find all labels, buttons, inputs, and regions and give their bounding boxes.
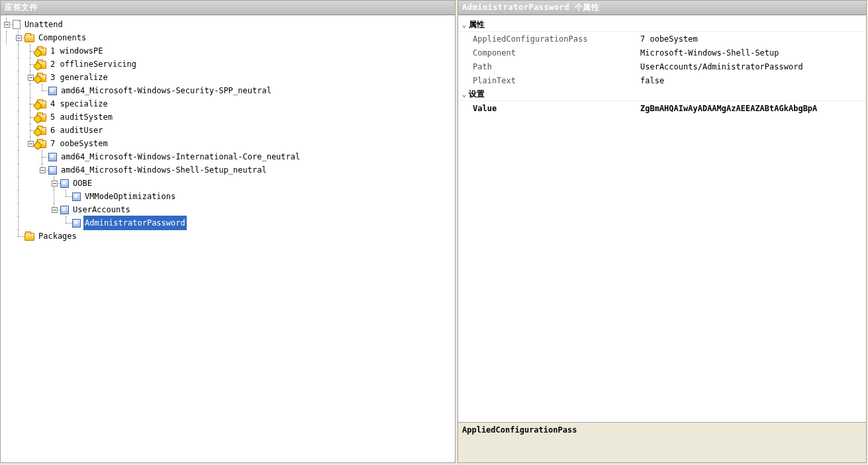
expander-icon[interactable]: − xyxy=(28,75,34,81)
expander-icon[interactable]: − xyxy=(16,35,22,41)
expander-icon[interactable]: − xyxy=(4,22,10,28)
tree-node-pass-audituser[interactable]: 6 auditUser xyxy=(1,124,455,137)
property-name: Path xyxy=(458,62,640,71)
tree-node-components[interactable]: − Components xyxy=(1,31,455,44)
tree-node-pass-generalize[interactable]: − 3 generalize xyxy=(1,71,455,84)
tree-node-useraccounts[interactable]: − UserAccounts xyxy=(1,203,455,216)
tree-label: 3 generalize xyxy=(49,70,109,85)
expander-icon[interactable]: − xyxy=(52,207,58,213)
tree-node-component-shellsetup[interactable]: − amd64_Microsoft-Windows-Shell-Setup_ne… xyxy=(1,163,455,177)
category-attributes[interactable]: ⌄ 属性 xyxy=(458,18,866,32)
folder-icon xyxy=(24,34,34,42)
chevron-down-icon[interactable]: ⌄ xyxy=(459,89,469,99)
tree-label: amd64_Microsoft-Windows-International-Co… xyxy=(60,149,301,164)
tree-label: 1 windowsPE xyxy=(49,44,104,58)
property-row-value[interactable]: Value ZgBmAHQAIwAyADAAMgAzAEEAZABtAGkAbg… xyxy=(458,101,866,115)
property-name: PlainText xyxy=(458,76,640,85)
tree-label: amd64_Microsoft-Windows-Shell-Setup_neut… xyxy=(60,163,268,177)
pass-icon xyxy=(36,48,46,56)
pass-icon xyxy=(36,140,46,148)
folder-icon xyxy=(24,233,34,241)
property-row-appliedpass[interactable]: AppliedConfigurationPass 7 oobeSystem xyxy=(458,32,866,46)
tree-label: 2 offlineServicing xyxy=(49,57,138,71)
property-value: Microsoft-Windows-Shell-Setup xyxy=(640,48,866,58)
tree-label: 6 auditUser xyxy=(49,123,104,138)
answer-file-panel: 应答文件 − Unattend − Components xyxy=(0,0,456,463)
category-label: 属性 xyxy=(469,19,485,30)
component-icon xyxy=(48,87,57,95)
document-icon xyxy=(13,20,21,29)
pass-icon xyxy=(36,74,46,82)
pass-icon xyxy=(36,101,46,108)
pass-icon xyxy=(36,61,46,69)
property-row-plaintext[interactable]: PlainText false xyxy=(458,73,866,87)
tree-node-component-spp[interactable]: amd64_Microsoft-Windows-Security-SPP_neu… xyxy=(1,84,455,97)
component-icon xyxy=(48,166,57,175)
property-value: 7 oobeSystem xyxy=(640,34,866,44)
expander-icon[interactable]: − xyxy=(40,167,46,173)
left-panel-title: 应答文件 xyxy=(1,1,455,15)
component-icon xyxy=(72,219,81,228)
tree-node-component-intlcore[interactable]: amd64_Microsoft-Windows-International-Co… xyxy=(1,150,455,163)
tree-label: Components xyxy=(37,30,87,45)
property-row-component[interactable]: Component Microsoft-Windows-Shell-Setup xyxy=(458,46,866,60)
component-icon xyxy=(60,179,69,188)
tree-node-pass-offlineservicing[interactable]: 2 offlineServicing xyxy=(1,58,455,71)
tree-node-vmmode[interactable]: VMModeOptimizations xyxy=(1,190,455,203)
component-icon xyxy=(72,192,81,201)
property-grid[interactable]: ⌄ 属性 AppliedConfigurationPass 7 oobeSyst… xyxy=(458,15,866,422)
property-name: Value xyxy=(458,104,640,113)
tree-node-oobe[interactable]: − OOBE xyxy=(1,177,455,190)
property-name: AppliedConfigurationPass xyxy=(458,34,640,44)
tree-node-pass-specialize[interactable]: 4 specialize xyxy=(1,97,455,110)
chevron-down-icon[interactable]: ⌄ xyxy=(459,20,469,29)
tree-node-pass-oobesystem[interactable]: − 7 oobeSystem xyxy=(1,137,455,150)
tree-label: 7 oobeSystem xyxy=(49,136,109,151)
property-value: UserAccounts/AdministratorPassword xyxy=(640,62,866,71)
property-value[interactable]: ZgBmAHQAIwAyADAAMgAzAEEAZABtAGkAbgBpA xyxy=(640,104,866,113)
category-label: 设置 xyxy=(469,89,485,100)
tree-label: VMModeOptimizations xyxy=(83,189,177,204)
right-panel-title: AdministratorPassword 个属性 xyxy=(458,1,866,15)
tree-label: OOBE xyxy=(72,176,93,190)
tree-label: UserAccounts xyxy=(72,202,132,217)
property-name: Component xyxy=(458,48,640,58)
component-icon xyxy=(60,206,69,214)
tree-view[interactable]: − Unattend − Components 1 windowsPE xyxy=(1,15,455,462)
tree-node-pass-auditsystem[interactable]: 5 auditSystem xyxy=(1,110,455,124)
tree-node-pass-windowspe[interactable]: 1 windowsPE xyxy=(1,44,455,58)
tree-node-packages[interactable]: Packages xyxy=(1,230,455,243)
description-title: AppliedConfigurationPass xyxy=(462,425,862,435)
property-value: false xyxy=(640,76,866,85)
category-settings[interactable]: ⌄ 设置 xyxy=(458,87,866,101)
tree-label: Packages xyxy=(37,229,78,243)
properties-panel: AdministratorPassword 个属性 ⌄ 属性 AppliedCo… xyxy=(458,0,867,463)
tree-node-administratorpassword[interactable]: AdministratorPassword xyxy=(1,216,455,230)
property-row-path[interactable]: Path UserAccounts/AdministratorPassword xyxy=(458,60,866,73)
expander-icon[interactable]: − xyxy=(52,181,58,187)
tree-label-selected: AdministratorPassword xyxy=(83,216,187,230)
pass-icon xyxy=(36,114,46,122)
pass-icon xyxy=(36,127,46,135)
expander-icon[interactable]: − xyxy=(28,141,34,147)
description-panel: AppliedConfigurationPass xyxy=(458,422,866,462)
tree-label: Unattend xyxy=(23,17,64,32)
tree-label: 5 auditSystem xyxy=(49,110,114,124)
tree-label: amd64_Microsoft-Windows-Security-SPP_neu… xyxy=(60,83,273,98)
component-icon xyxy=(48,153,57,161)
tree-node-unattend[interactable]: − Unattend xyxy=(1,18,455,31)
tree-label: 4 specialize xyxy=(49,97,109,111)
